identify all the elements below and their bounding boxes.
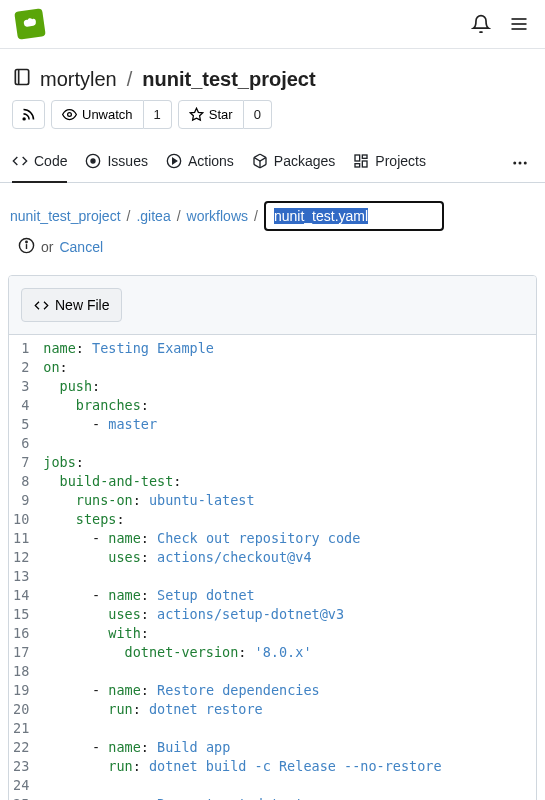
star-button[interactable]: Star — [178, 100, 244, 129]
line-number: 18 — [13, 662, 29, 681]
tabs-left: Code Issues Actions Packages Projects — [12, 143, 426, 182]
breadcrumb-sep: / — [254, 208, 258, 224]
code-line[interactable]: - name: Check out repository code — [43, 529, 528, 548]
code-line[interactable]: jobs: — [43, 453, 528, 472]
breadcrumb-root[interactable]: nunit_test_project — [10, 208, 121, 224]
repo-title: mortylen / nunit_test_project — [12, 67, 316, 92]
line-number: 19 — [13, 681, 29, 700]
gitea-logo[interactable] — [14, 8, 46, 40]
code-line[interactable]: on: — [43, 358, 528, 377]
breadcrumb-gitea[interactable]: .gitea — [136, 208, 170, 224]
tab-actions[interactable]: Actions — [166, 143, 234, 183]
hamburger-menu-icon[interactable] — [509, 14, 529, 34]
rss-button[interactable] — [12, 100, 45, 129]
info-icon[interactable] — [18, 237, 35, 257]
top-nav-right — [471, 14, 529, 34]
svg-marker-11 — [173, 158, 177, 163]
code-line[interactable]: - name: Setup dotnet — [43, 586, 528, 605]
tab-code-label: Code — [34, 153, 67, 169]
code-line[interactable]: dotnet-version: '8.0.x' — [43, 643, 528, 662]
repo-name[interactable]: nunit_test_project — [142, 68, 315, 91]
line-number: 21 — [13, 719, 29, 738]
line-number: 25 — [13, 795, 29, 800]
code-line[interactable]: steps: — [43, 510, 528, 529]
svg-rect-15 — [363, 161, 368, 167]
unwatch-button[interactable]: Unwatch — [51, 100, 144, 129]
code-line[interactable]: name: Testing Example — [43, 339, 528, 358]
line-number: 6 — [13, 434, 29, 453]
tab-packages-label: Packages — [274, 153, 335, 169]
code-line[interactable]: - name: Build app — [43, 738, 528, 757]
svg-rect-14 — [363, 155, 368, 158]
code-line[interactable] — [43, 567, 528, 586]
star-label: Star — [209, 107, 233, 122]
star-count[interactable]: 0 — [244, 100, 272, 129]
cancel-link[interactable]: Cancel — [59, 239, 103, 255]
line-number: 14 — [13, 586, 29, 605]
breadcrumb-sep: / — [177, 208, 181, 224]
watch-count[interactable]: 1 — [144, 100, 172, 129]
breadcrumb: nunit_test_project / .gitea / workflows … — [0, 183, 545, 269]
repo-tabs: Code Issues Actions Packages Projects — [0, 143, 545, 183]
code-line[interactable]: runs-on: ubuntu-latest — [43, 491, 528, 510]
code-line[interactable]: run: dotnet build -c Release --no-restor… — [43, 757, 528, 776]
line-number: 7 — [13, 453, 29, 472]
code-line[interactable]: build-and-test: — [43, 472, 528, 491]
tab-actions-label: Actions — [188, 153, 234, 169]
breadcrumb-sep: / — [127, 208, 131, 224]
star-group: Star 0 — [178, 100, 272, 129]
more-tabs-icon[interactable] — [507, 154, 533, 172]
line-number: 1 — [13, 339, 29, 358]
tab-projects-label: Projects — [375, 153, 426, 169]
line-gutter: 1234567891011121314151617181920212223242… — [9, 335, 39, 800]
new-file-tab[interactable]: New File — [21, 288, 122, 322]
line-number: 20 — [13, 700, 29, 719]
tab-projects[interactable]: Projects — [353, 143, 426, 183]
code-line[interactable]: uses: actions/setup-dotnet@v3 — [43, 605, 528, 624]
breadcrumb-workflows[interactable]: workflows — [187, 208, 248, 224]
code-line[interactable]: with: — [43, 624, 528, 643]
code-line[interactable]: - master — [43, 415, 528, 434]
or-text: or — [41, 239, 53, 255]
code-line[interactable]: run: dotnet restore — [43, 700, 528, 719]
top-nav — [0, 0, 545, 49]
editor-panel: New File 1234567891011121314151617181920… — [8, 275, 537, 800]
repo-sep: / — [127, 68, 133, 91]
code-line[interactable] — [43, 776, 528, 795]
tab-issues[interactable]: Issues — [85, 143, 147, 183]
line-number: 16 — [13, 624, 29, 643]
notifications-icon[interactable] — [471, 14, 491, 34]
tab-code[interactable]: Code — [12, 143, 67, 183]
repo-owner[interactable]: mortylen — [40, 68, 117, 91]
code-line[interactable] — [43, 719, 528, 738]
line-number: 3 — [13, 377, 29, 396]
code-line[interactable]: push: — [43, 377, 528, 396]
new-file-tab-label: New File — [55, 297, 109, 313]
line-number: 2 — [13, 358, 29, 377]
tab-packages[interactable]: Packages — [252, 143, 335, 183]
code-lines[interactable]: name: Testing Exampleon: push: branches:… — [39, 335, 536, 800]
svg-point-5 — [23, 118, 25, 120]
svg-point-22 — [26, 241, 27, 242]
repo-actions: Unwatch 1 Star 0 — [12, 100, 272, 129]
code-line[interactable] — [43, 662, 528, 681]
line-number: 23 — [13, 757, 29, 776]
code-line[interactable]: - name: Restore dependencies — [43, 681, 528, 700]
line-number: 22 — [13, 738, 29, 757]
svg-rect-3 — [15, 70, 28, 85]
line-number: 9 — [13, 491, 29, 510]
filename-input[interactable] — [264, 201, 444, 231]
svg-marker-7 — [190, 108, 203, 120]
code-editor[interactable]: 1234567891011121314151617181920212223242… — [9, 335, 536, 800]
line-number: 12 — [13, 548, 29, 567]
svg-point-9 — [91, 159, 95, 163]
svg-point-17 — [513, 161, 516, 164]
code-line[interactable] — [43, 434, 528, 453]
code-line[interactable]: uses: actions/checkout@v4 — [43, 548, 528, 567]
repo-icon — [12, 67, 32, 92]
line-number: 15 — [13, 605, 29, 624]
code-line[interactable]: branches: — [43, 396, 528, 415]
svg-rect-13 — [355, 155, 360, 161]
code-line[interactable]: - name: Run automated tests — [43, 795, 528, 800]
line-number: 10 — [13, 510, 29, 529]
